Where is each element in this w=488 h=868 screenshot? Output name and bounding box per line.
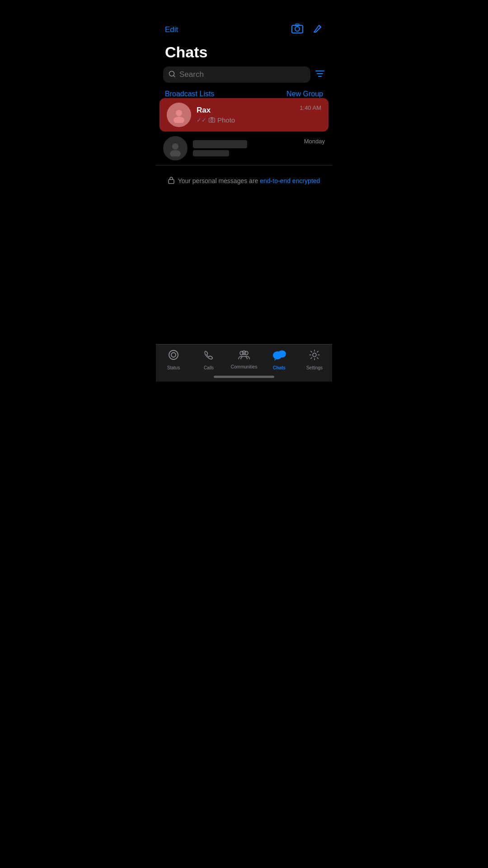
- chat-preview-rax: ✓✓ Photo: [197, 116, 300, 124]
- svg-point-12: [172, 143, 178, 150]
- broadcast-lists-link[interactable]: Broadcast Lists: [165, 90, 214, 98]
- chat-preview-2: [193, 150, 304, 156]
- encryption-text: Your personal messages are end-to-end en…: [178, 177, 320, 184]
- double-check-icon: ✓✓: [197, 117, 206, 123]
- svg-point-15: [169, 350, 178, 359]
- svg-point-8: [174, 117, 184, 123]
- nav-item-status[interactable]: Status: [156, 349, 191, 370]
- svg-point-7: [176, 110, 182, 116]
- svg-point-13: [170, 150, 181, 156]
- chat-time-2: Monday: [304, 136, 325, 145]
- search-icon: [169, 71, 176, 79]
- edit-button[interactable]: Edit: [165, 25, 178, 34]
- header: Edit: [156, 20, 332, 40]
- status-bar: [156, 0, 332, 20]
- nav-item-calls[interactable]: Calls: [191, 349, 226, 370]
- calls-label: Calls: [204, 365, 214, 370]
- chat-item-rax[interactable]: Rax ✓✓ Photo 1:40 AM: [160, 98, 328, 132]
- broadcast-row: Broadcast Lists New Group: [156, 90, 332, 98]
- preview-text: Photo: [217, 116, 235, 124]
- chat-content-rax: Rax ✓✓ Photo: [197, 106, 300, 124]
- chat-name-2: [193, 140, 247, 148]
- encryption-notice: Your personal messages are end-to-end en…: [156, 165, 332, 196]
- nav-item-settings[interactable]: Settings: [297, 349, 332, 370]
- new-group-link[interactable]: New Group: [286, 90, 323, 98]
- svg-point-21: [278, 350, 286, 358]
- svg-point-1: [295, 27, 300, 31]
- search-row: [156, 66, 332, 83]
- svg-point-10: [211, 119, 213, 122]
- chat-time-rax: 1:40 AM: [300, 103, 321, 111]
- header-icons: [291, 23, 323, 37]
- chats-icon: [272, 349, 286, 363]
- chat-name-rax: Rax: [197, 106, 300, 115]
- home-indicator: [214, 376, 274, 378]
- status-label: Status: [167, 365, 180, 370]
- svg-point-22: [313, 353, 316, 357]
- communities-icon: [237, 349, 251, 363]
- settings-label: Settings: [306, 365, 323, 370]
- chat-list: Rax ✓✓ Photo 1:40 AM: [156, 98, 332, 165]
- camera-icon[interactable]: [291, 24, 303, 36]
- chat-item-2[interactable]: Monday: [156, 132, 332, 165]
- svg-rect-14: [169, 179, 174, 184]
- svg-point-16: [171, 353, 176, 357]
- communities-label: Communities: [231, 364, 257, 369]
- avatar-2: [163, 136, 188, 160]
- settings-icon: [309, 349, 320, 363]
- search-input[interactable]: [179, 70, 305, 79]
- chat-content-2: [193, 140, 304, 156]
- chats-label: Chats: [273, 365, 286, 370]
- calls-icon: [203, 349, 215, 363]
- filter-icon[interactable]: [315, 70, 325, 80]
- compose-icon[interactable]: [312, 23, 323, 37]
- camera-preview-icon: [209, 116, 215, 124]
- status-icon: [168, 349, 179, 363]
- page-title: Chats: [156, 40, 332, 66]
- search-bar[interactable]: [163, 66, 310, 83]
- encryption-link[interactable]: end-to-end encrypted: [260, 177, 320, 184]
- svg-point-19: [242, 351, 246, 354]
- avatar-rax: [167, 103, 191, 127]
- nav-item-communities[interactable]: Communities: [226, 349, 262, 369]
- nav-item-chats[interactable]: Chats: [262, 349, 297, 370]
- lock-icon: [168, 176, 174, 185]
